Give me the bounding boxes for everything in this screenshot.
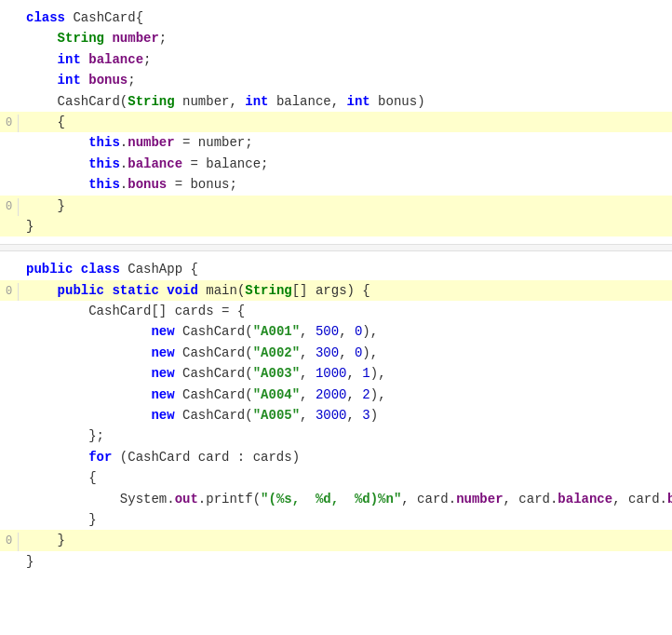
- code-editor: class CashCard{ String number; int balan…: [0, 0, 672, 635]
- code-line: String number;: [0, 28, 672, 48]
- code-line: this.bonus = bonus;: [0, 174, 672, 195]
- line-content: }: [19, 509, 672, 530]
- line-content: CashCard[] cards = {: [19, 301, 672, 321]
- line-content: public static void main(String[] args) {: [19, 280, 672, 301]
- line-content: class CashCard{: [19, 7, 672, 28]
- cashcard-class-block: class CashCard{ String number; int balan…: [0, 0, 672, 244]
- code-line: {: [0, 467, 672, 488]
- code-line: };: [0, 426, 672, 446]
- code-line: public class CashApp {: [0, 259, 672, 279]
- code-line: }: [0, 551, 672, 572]
- code-line: new CashCard("A004", 2000, 2),: [0, 385, 672, 405]
- line-content: System.out.printf("(%s, %d, %d)%n", card…: [19, 489, 672, 509]
- line-content: }: [19, 196, 672, 216]
- line-content: new CashCard("A005", 3000, 3): [19, 405, 672, 426]
- line-content: }: [19, 551, 672, 572]
- line-content: }: [19, 216, 672, 236]
- code-line: 0 {: [0, 112, 672, 132]
- line-gutter: 0: [0, 533, 19, 550]
- code-line: CashCard(String number, int balance, int…: [0, 91, 672, 112]
- line-content: this.number = number;: [19, 132, 672, 153]
- code-line: 0 }: [0, 196, 672, 216]
- cashapp-class-block: public class CashApp { 0 public static v…: [0, 251, 672, 579]
- line-gutter: 0: [0, 283, 19, 301]
- line-content: public class CashApp {: [19, 259, 672, 279]
- code-line: 0 }: [0, 530, 672, 550]
- code-line: class CashCard{: [0, 7, 672, 28]
- line-content: {: [19, 112, 672, 132]
- line-content: new CashCard("A003", 1000, 1),: [19, 363, 672, 384]
- line-content: new CashCard("A002", 300, 0),: [19, 343, 672, 363]
- line-content: this.bonus = bonus;: [19, 174, 672, 195]
- line-content: };: [19, 426, 672, 446]
- line-content: String number;: [19, 28, 672, 48]
- line-content: new CashCard("A001", 500, 0),: [19, 321, 672, 342]
- line-content: int bonus;: [19, 70, 672, 90]
- line-content: }: [19, 530, 672, 550]
- code-line: new CashCard("A001", 500, 0),: [0, 321, 672, 342]
- code-line: new CashCard("A003", 1000, 1),: [0, 363, 672, 384]
- line-content: this.balance = balance;: [19, 154, 672, 174]
- code-line: }: [0, 216, 672, 236]
- code-line: new CashCard("A002", 300, 0),: [0, 343, 672, 363]
- line-content: int balance;: [19, 49, 672, 70]
- line-content: CashCard(String number, int balance, int…: [19, 91, 672, 112]
- code-line: 0 public static void main(String[] args)…: [0, 280, 672, 301]
- code-line: System.out.printf("(%s, %d, %d)%n", card…: [0, 489, 672, 509]
- code-line: int bonus;: [0, 70, 672, 90]
- code-line: new CashCard("A005", 3000, 3): [0, 405, 672, 426]
- line-gutter: 0: [0, 115, 19, 132]
- code-line: this.number = number;: [0, 132, 672, 153]
- line-content: {: [19, 467, 672, 488]
- section-divider: [0, 244, 672, 251]
- line-gutter: 0: [0, 198, 19, 216]
- code-line: this.balance = balance;: [0, 154, 672, 174]
- line-content: for (CashCard card : cards): [19, 447, 672, 467]
- code-line: CashCard[] cards = {: [0, 301, 672, 321]
- code-line: }: [0, 509, 672, 530]
- line-content: new CashCard("A004", 2000, 2),: [19, 385, 672, 405]
- code-line: int balance;: [0, 49, 672, 70]
- code-line: for (CashCard card : cards): [0, 447, 672, 467]
